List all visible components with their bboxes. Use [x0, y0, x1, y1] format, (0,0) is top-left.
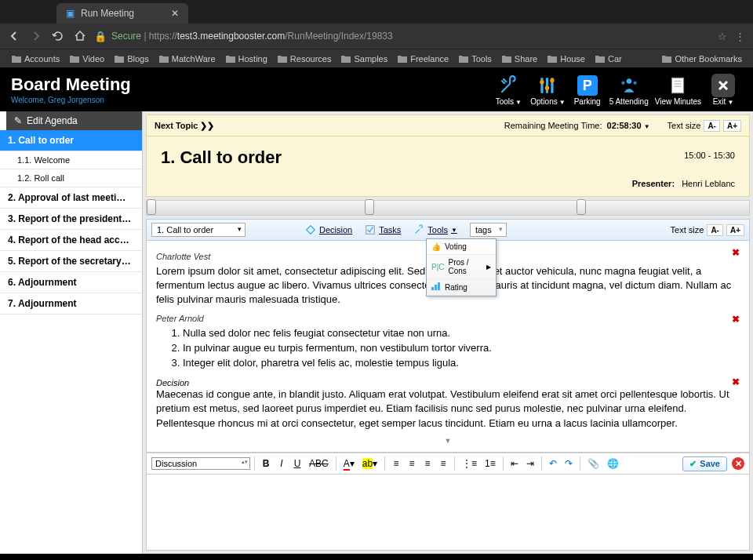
list-item: Nulla sed dolor nec felis feugiat consec…: [183, 326, 740, 340]
topic-header: 1. Call to order 15:00 - 15:30 Presenter…: [146, 136, 750, 197]
forward-icon[interactable]: [30, 30, 42, 42]
agenda-sub-item[interactable]: 1.1. Welcome: [0, 151, 142, 169]
editor-textarea[interactable]: [147, 475, 749, 550]
rating-menu-item[interactable]: Rating: [427, 279, 496, 296]
delete-note-button[interactable]: ✖: [732, 247, 740, 258]
bullet-list-button[interactable]: ⋮≡: [459, 456, 480, 471]
browser-tab[interactable]: ▣ Run Meeting ✕: [56, 3, 188, 24]
tools-dropdown: 👍 Voting P|C Pros / Cons ▶ Rating: [426, 238, 497, 296]
outdent-button[interactable]: ⇤: [507, 456, 522, 471]
bookmark-folder[interactable]: Accounts: [8, 53, 63, 65]
bookmark-folder[interactable]: Resources: [274, 53, 335, 65]
proscons-menu-item[interactable]: P|C Pros / Cons ▶: [427, 255, 496, 279]
edit-agenda-button[interactable]: ✎ Edit Agenda: [6, 111, 142, 130]
attending-button[interactable]: 5 Attending: [606, 74, 652, 106]
tools-button[interactable]: Tools▼: [489, 74, 527, 106]
slider-handle[interactable]: [365, 199, 374, 215]
other-bookmarks[interactable]: Other Bookmarks: [658, 53, 745, 65]
voting-menu-item[interactable]: 👍 Voting: [427, 239, 496, 255]
agenda-item[interactable]: 4. Report of the head acc…: [0, 230, 142, 251]
list-item: Integer elit dolor, pharetra vel felis a…: [183, 356, 740, 370]
text-size-increase-button[interactable]: A+: [723, 120, 741, 132]
undo-button[interactable]: ↶: [546, 456, 560, 471]
underline-button[interactable]: U: [290, 456, 304, 471]
time-slider[interactable]: [146, 200, 750, 216]
font-color-button[interactable]: A▾: [340, 456, 358, 471]
remaining-time-label: Remaining Meeting Time:: [504, 121, 602, 130]
back-icon[interactable]: [8, 30, 20, 42]
topic-select[interactable]: 1. Call to order: [151, 223, 246, 237]
content-toolbar: 1. Call to order Decision Tasks Tools ▼ …: [146, 219, 750, 241]
strike-button[interactable]: ABC: [306, 456, 332, 471]
voting-icon: 👍: [431, 242, 441, 251]
tab-close-icon[interactable]: ✕: [171, 8, 179, 19]
bookmark-folder[interactable]: Freelance: [394, 53, 452, 65]
parking-button[interactable]: P Parking: [569, 74, 606, 106]
agenda-item[interactable]: 6. Adjournment: [0, 272, 142, 293]
delete-note-button[interactable]: ✖: [732, 314, 740, 325]
text-size-decrease-button[interactable]: A-: [704, 120, 720, 132]
bold-button[interactable]: B: [259, 456, 273, 471]
agenda-item[interactable]: 3. Report of the president…: [0, 209, 142, 230]
reload-icon[interactable]: [52, 30, 64, 42]
bookmark-folder[interactable]: Tools: [455, 53, 495, 65]
check-icon: ✔: [689, 459, 697, 469]
indent-button[interactable]: ⇥: [523, 456, 537, 471]
welcome-text: Welcome, Greg Jorgenson: [11, 96, 131, 104]
cancel-button[interactable]: ✕: [732, 457, 744, 470]
align-right-button[interactable]: ≡: [420, 456, 435, 471]
bookmark-folder[interactable]: House: [544, 53, 588, 65]
svg-rect-1: [546, 78, 548, 93]
delete-note-button[interactable]: ✖: [732, 376, 740, 387]
presenter-name: Henri Leblanc: [682, 179, 735, 188]
svg-point-6: [626, 78, 631, 84]
bookmark-folder[interactable]: Hosting: [222, 53, 271, 65]
bookmark-folder[interactable]: Video: [66, 53, 107, 65]
number-list-button[interactable]: 1≡: [482, 456, 499, 471]
attach-button[interactable]: 📎: [584, 456, 602, 471]
options-button[interactable]: Options▼: [527, 74, 568, 106]
home-icon[interactable]: [74, 30, 86, 42]
bookmark-folder[interactable]: Car: [591, 53, 625, 65]
agenda-item[interactable]: 5. Report of the secretary…: [0, 251, 142, 272]
text-size-decrease-button[interactable]: A-: [707, 224, 723, 236]
redo-button[interactable]: ↷: [562, 456, 576, 471]
tags-select[interactable]: tags: [470, 223, 507, 237]
save-button[interactable]: ✔ Save: [682, 456, 727, 471]
decision-link[interactable]: Decision: [305, 224, 352, 235]
agenda-item[interactable]: 2. Approval of last meeti…: [0, 187, 142, 209]
link-button[interactable]: 🌐: [604, 456, 622, 471]
topic-time-range: 15:00 - 15:30: [684, 151, 735, 160]
bookmark-folder[interactable]: Share: [498, 53, 540, 65]
next-topic-button[interactable]: Next Topic ❯❯: [155, 121, 214, 131]
star-icon[interactable]: ☆: [718, 31, 727, 42]
view-minutes-button[interactable]: View Minutes: [652, 74, 704, 106]
slider-handle[interactable]: [577, 199, 586, 215]
remaining-time-value[interactable]: 02:58:30 ▼: [607, 121, 650, 130]
bookmark-folder[interactable]: Samples: [337, 53, 391, 65]
highlight-button[interactable]: ab▾: [359, 456, 380, 471]
align-center-button[interactable]: ≡: [405, 456, 419, 471]
text-size-increase-button[interactable]: A+: [726, 224, 744, 236]
agenda-sub-item[interactable]: 1.2. Roll call: [0, 169, 142, 187]
agenda-item[interactable]: 7. Adjournment: [0, 293, 142, 315]
slider-handle[interactable]: [147, 199, 156, 215]
bookmark-folder[interactable]: MatchWare: [155, 53, 219, 65]
note-type-select[interactable]: Discussion: [151, 457, 250, 470]
tasks-link[interactable]: Tasks: [365, 224, 401, 235]
bookmark-folder[interactable]: Blogs: [111, 53, 152, 65]
nav-bar: 🔒 Secure | https://test3.meetingbooster.…: [0, 24, 753, 49]
chevron-right-icon: ▶: [486, 264, 491, 271]
align-justify-button[interactable]: ≡: [436, 456, 450, 471]
svg-point-3: [540, 79, 544, 83]
tools-menu-button[interactable]: Tools ▼: [413, 224, 457, 235]
pencil-icon: ✎: [14, 115, 22, 126]
align-left-button[interactable]: ≡: [389, 456, 403, 471]
exit-button[interactable]: Exit▼: [704, 74, 742, 106]
agenda-item[interactable]: 1. Call to order: [0, 130, 142, 151]
italic-button[interactable]: I: [275, 456, 289, 471]
list-item: In pulvinar augue eu turpis fermentum, n…: [183, 341, 740, 355]
proscons-icon: P|C: [431, 263, 445, 271]
menu-icon[interactable]: ⋮: [735, 31, 745, 42]
resize-handle-icon[interactable]: ▼: [156, 437, 740, 445]
